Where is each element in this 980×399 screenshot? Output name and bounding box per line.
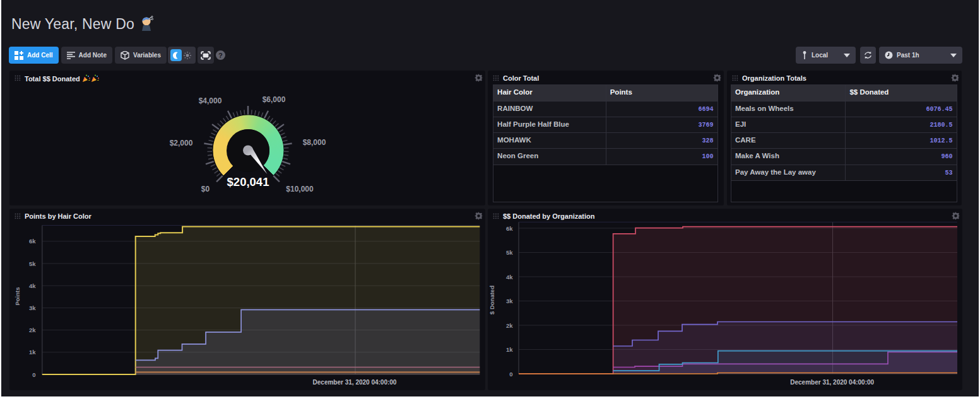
svg-text:0: 0 xyxy=(509,371,512,378)
svg-text:5k: 5k xyxy=(506,249,513,256)
svg-text:3k: 3k xyxy=(29,304,36,311)
svg-text:2k: 2k xyxy=(29,327,36,333)
svg-text:5k: 5k xyxy=(29,260,36,267)
svg-text:3k: 3k xyxy=(506,298,513,304)
svg-text:December 31, 2020 04:00:00: December 31, 2020 04:00:00 xyxy=(790,379,874,386)
svg-text:6k: 6k xyxy=(29,238,36,245)
svg-text:0: 0 xyxy=(32,371,35,378)
svg-text:$ Donated: $ Donated xyxy=(488,286,495,315)
svg-text:1k: 1k xyxy=(506,346,513,353)
svg-text:4k: 4k xyxy=(29,282,36,289)
svg-text:December 31, 2020 04:00:00: December 31, 2020 04:00:00 xyxy=(313,379,397,386)
svg-text:2k: 2k xyxy=(506,322,513,329)
svg-text:1k: 1k xyxy=(29,349,36,356)
svg-text:Points: Points xyxy=(14,287,21,305)
svg-text:4k: 4k xyxy=(506,274,513,280)
svg-text:6k: 6k xyxy=(506,225,513,232)
